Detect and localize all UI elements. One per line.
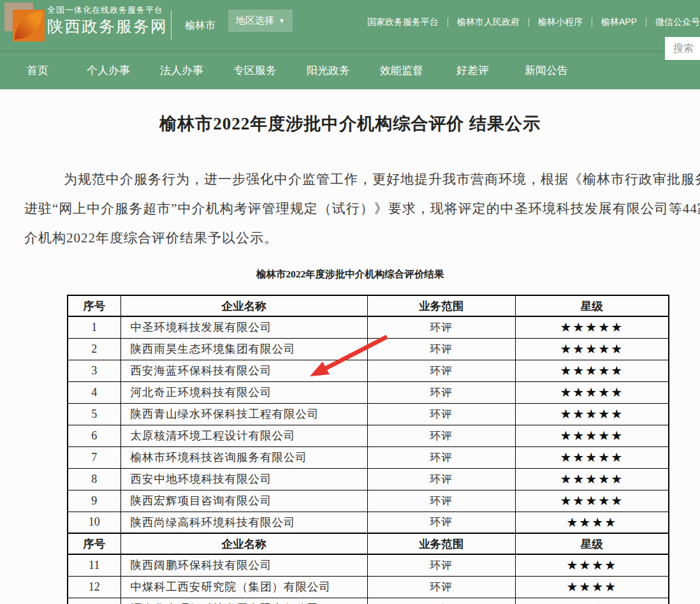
business-scope: 环评 [367,490,515,512]
table-row: 1中圣环境科技发展有限公司环评★★★★★ [68,316,669,338]
nav-item[interactable]: 新闻公告 [525,63,568,78]
row-number: 4 [68,381,120,403]
star-rating: ★★★★★ [515,338,669,360]
nav-item[interactable]: 法人办事 [160,63,203,78]
paragraph-line: 为规范中介服务行为，进一步强化中介监管工作，更好地提升我市营商环境，根据《榆林市… [24,165,700,194]
header-link[interactable]: 微信公众号 [655,17,700,28]
row-number: 9 [68,490,120,512]
nav-item[interactable]: 个人办事 [87,63,130,78]
chevron-down-icon: ▼ [279,18,285,24]
star-rating: ★★★★★ [515,425,669,446]
header-top-bar: 全国一体化在线政务服务平台 陕西政务服务网 榆林市 地区选择 ▼ 国家政务服务平… [0,0,700,51]
table-caption: 榆林市2022年度涉批中介机构综合评价结果 [0,268,700,281]
row-number: 11 [68,554,120,576]
business-scope: 环评 [367,316,515,338]
table-row: 2陕西雨昊生态环境集团有限公司环评★★★★★ [68,338,669,360]
nav-item[interactable]: 首页 [27,63,48,78]
table-header-cell: 星级 [515,295,669,316]
table-header-cell: 企业名称 [120,533,367,554]
table-row: 12中煤科工西安研究院（集团）有限公司环评★★★★ [68,576,669,598]
company-name: 西安海蓝环保科技有限公司 [120,360,367,381]
table-row: 7榆林市环境科技咨询服务有限公司环评★★★★★ [68,446,669,468]
star-rating: ★★★★★ [515,381,669,403]
company-name: 陕西青山绿水环保科技工程有限公司 [120,403,367,425]
star-rating: ★★★★ [515,576,669,598]
site-logo-icon [4,3,45,43]
table-header-cell: 业务范围 [367,295,515,316]
company-name: 太原核清环境工程设计有限公司 [120,425,367,446]
nav-item[interactable]: 阳光政务 [307,63,350,78]
business-scope: 环评 [367,598,515,604]
business-scope: 环评 [367,446,515,468]
table-header-cell: 序号 [68,295,120,316]
platform-label: 全国一体化在线政务服务平台 [47,6,168,14]
company-name: 西安中地环境科技有限公司 [120,468,367,490]
business-scope: 环评 [367,425,515,446]
nav-item[interactable]: 专区服务 [233,63,277,78]
table-header-cell: 业务范围 [367,533,515,554]
header-link[interactable]: 榆林小程序 [538,17,583,28]
region-select-button[interactable]: 地区选择 ▼ [228,10,293,32]
company-name: 陕西阔鹏环保科技有限公司 [120,554,367,576]
business-scope: 环评 [367,554,515,576]
table-row: 5陕西青山绿水环保科技工程有限公司环评★★★★★ [68,403,669,425]
company-name: 中煤科工西安研究院（集团）有限公司 [120,576,367,598]
row-number: 10 [68,512,120,533]
star-rating: ★★★★★ [515,468,669,490]
company-name: 渭南华山环保科技发展有限责任公司 [120,598,367,604]
star-rating: ★★★★★ [515,360,669,381]
current-city-label[interactable]: 榆林市 [185,19,215,33]
table-row: 9陕西宏辉项目咨询有限公司环评★★★★★ [68,490,669,512]
business-scope: 环评 [367,468,515,490]
header-link-divider [592,18,592,27]
header-link[interactable]: 国家政务服务平台 [367,17,439,28]
business-scope: 环评 [367,576,515,598]
company-name: 中圣环境科技发展有限公司 [120,316,367,338]
table-row: 10陕西尚绿高科环境科技有限公司环评★★★★ [68,512,669,533]
site-name: 陕西政务服务网 [47,18,168,34]
row-number: 5 [68,403,120,425]
company-name: 陕西尚绿高科环境科技有限公司 [120,512,367,533]
logo-leaf-icon [15,11,43,40]
star-rating: ★★★★★ [515,403,669,425]
star-rating: ★★★★★ [515,490,669,512]
page: { "header": { "bg_color": "#64a078", "pl… [0,0,700,604]
brand-block: 全国一体化在线政务服务平台 陕西政务服务网 [47,6,168,34]
row-number: 13 [68,598,120,604]
row-number: 1 [68,316,120,338]
company-name: 陕西雨昊生态环境集团有限公司 [120,338,367,360]
row-number: 6 [68,425,120,446]
table-row: 11陕西阔鹏环保科技有限公司环评★★★★ [68,554,669,576]
row-number: 12 [68,576,120,598]
company-name: 榆林市环境科技咨询服务有限公司 [120,446,367,468]
table-row: 8西安中地环境科技有限公司环评★★★★★ [68,468,669,490]
table-header-cell: 企业名称 [120,295,367,316]
row-number: 3 [68,360,120,381]
header-link[interactable]: 榆林APP [601,17,637,28]
table-row: 13渭南华山环保科技发展有限责任公司环评★★★★ [68,598,669,604]
paragraph-line: 进驻“网上中介服务超市”中介机构考评管理规定（试行）》要求，现将评定的中圣环境科… [24,194,700,223]
star-rating: ★★★★★ [515,316,669,338]
table-header-cell: 序号 [68,533,120,554]
company-name: 河北奇正环境科技有限公司 [120,381,367,403]
header-link[interactable]: 榆林市人民政府 [457,17,520,28]
business-scope: 环评 [367,403,515,425]
nav-item[interactable]: 好差评 [456,63,489,78]
star-rating: ★★★★ [515,554,669,576]
table-header-cell: 星级 [515,533,669,554]
header-link-divider [448,18,448,27]
brand-divider [171,10,171,40]
announcement-content: 榆林市2022年度涉批中介机构综合评价 结果公示 为规范中介服务行为，进一步强化… [0,112,700,604]
business-scope: 环评 [367,360,515,381]
table-header-row: 序号企业名称业务范围星级 [68,295,669,316]
announcement-paragraph: 为规范中介服务行为，进一步强化中介监管工作，更好地提升我市营商环境，根据《榆林市… [0,165,700,253]
star-rating: ★★★★ [515,512,669,533]
main-nav: 首页个人办事法人办事专区服务阳光政务效能监督好差评新闻公告 [0,51,700,89]
search-input[interactable] [665,37,700,60]
nav-item[interactable]: 效能监督 [380,63,423,78]
star-rating: ★★★★★ [515,446,669,468]
row-number: 2 [68,338,120,360]
site-header: 全国一体化在线政务服务平台 陕西政务服务网 榆林市 地区选择 ▼ 国家政务服务平… [0,0,700,89]
business-scope: 环评 [367,338,515,360]
table-row: 4河北奇正环境科技有限公司环评★★★★★ [68,381,669,403]
